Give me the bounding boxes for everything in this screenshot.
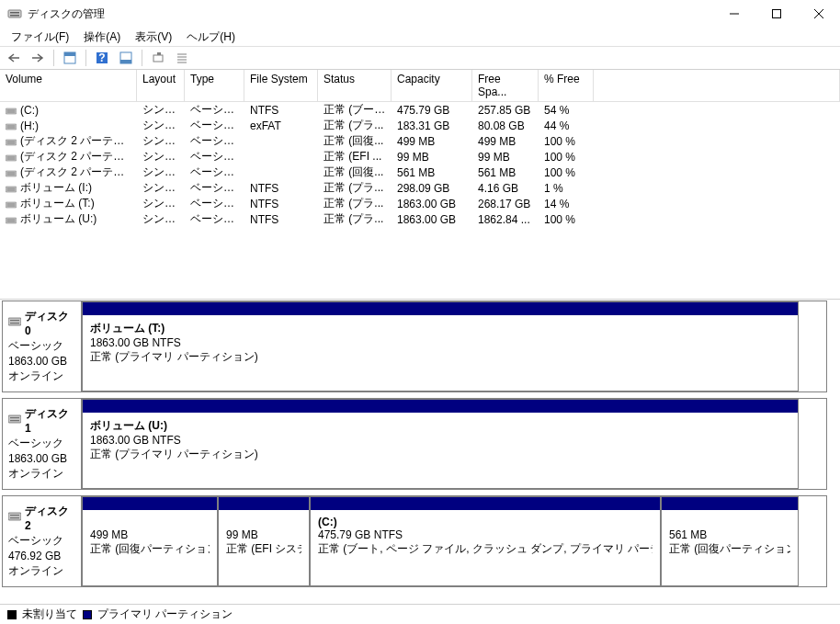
partition-status: 正常 (EFI システム / xyxy=(226,541,301,557)
menu-view[interactable]: 表示(V) xyxy=(128,28,179,46)
svg-rect-4 xyxy=(773,10,781,18)
volume-pfree: 100 % xyxy=(539,135,594,148)
col-layout[interactable]: Layout xyxy=(137,70,185,102)
disk-info: ディスク 2ベーシック476.92 GBオンライン xyxy=(3,496,82,586)
col-type[interactable]: Type xyxy=(185,70,244,102)
volume-status: 正常 (回復... xyxy=(318,133,392,149)
disk-graphical-view[interactable]: ディスク 0ベーシック1863.00 GBオンラインボリューム (T:)1863… xyxy=(0,300,840,604)
svg-rect-38 xyxy=(7,203,16,204)
minimize-button[interactable] xyxy=(713,0,755,28)
volume-row[interactable]: ボリューム (U:)シンプルベーシックNTFS正常 (プラ...1863.00 … xyxy=(0,211,840,227)
svg-rect-32 xyxy=(7,172,16,173)
view-bottom-button[interactable] xyxy=(116,48,136,68)
volume-row[interactable]: ボリューム (I:)シンプルベーシックNTFS正常 (プラ...298.09 G… xyxy=(0,180,840,196)
toolbar-separator xyxy=(142,50,142,66)
drive-icon xyxy=(6,199,17,209)
volume-row[interactable]: (ディスク 2 パーティシ...シンプルベーシック正常 (回復...561 MB… xyxy=(0,165,840,180)
svg-rect-46 xyxy=(8,415,21,423)
volume-layout: シンプル xyxy=(137,180,185,196)
volume-row[interactable]: ボリューム (T:)シンプルベーシックNTFS正常 (プラ...1863.00 … xyxy=(0,196,840,211)
volume-capacity: 1863.00 GB xyxy=(392,213,472,226)
partition[interactable]: ボリューム (U:)1863.00 GB NTFS正常 (プライマリ パーティシ… xyxy=(82,399,799,489)
partition[interactable]: ボリューム (T:)1863.00 GB NTFS正常 (プライマリ パーティシ… xyxy=(82,301,799,391)
svg-rect-31 xyxy=(6,171,17,176)
svg-rect-34 xyxy=(6,187,17,192)
settings-button[interactable] xyxy=(148,48,168,68)
volume-free: 99 MB xyxy=(472,151,539,164)
partition[interactable]: 499 MB正常 (回復パーティション) xyxy=(82,496,218,586)
svg-rect-29 xyxy=(7,156,16,157)
legend-unallocated: 未割り当て xyxy=(22,607,77,622)
col-capacity[interactable]: Capacity xyxy=(392,70,472,102)
volume-fs: NTFS xyxy=(244,198,318,210)
partition[interactable]: 561 MB正常 (回復パーティション) xyxy=(661,496,799,586)
help-button[interactable]: ? xyxy=(92,48,112,68)
svg-rect-50 xyxy=(10,515,19,516)
menu-file[interactable]: ファイル(F) xyxy=(4,28,76,46)
svg-rect-21 xyxy=(7,112,16,113)
volume-capacity: 1863.00 GB xyxy=(392,198,472,210)
svg-rect-8 xyxy=(64,52,75,56)
volume-name: (C:) xyxy=(20,104,39,117)
volume-type: ベーシック xyxy=(185,133,244,149)
disk-size: 1863.00 GB xyxy=(8,355,75,368)
col-pfree[interactable]: % Free xyxy=(539,70,594,102)
svg-rect-0 xyxy=(8,10,21,17)
disk-row[interactable]: ディスク 2ベーシック476.92 GBオンライン499 MB正常 (回復パーテ… xyxy=(2,495,827,587)
disk-info: ディスク 1ベーシック1863.00 GBオンライン xyxy=(3,399,82,489)
svg-rect-14 xyxy=(153,55,163,62)
titlebar: ディスクの管理 xyxy=(0,0,840,28)
svg-rect-20 xyxy=(7,110,16,111)
volume-name: ボリューム (U:) xyxy=(20,212,96,225)
partition[interactable]: (C:)475.79 GB NTFS正常 (ブート, ページ ファイル, クラッ… xyxy=(310,496,661,586)
forward-button[interactable] xyxy=(28,48,48,68)
col-free[interactable]: Free Spa... xyxy=(472,70,539,102)
drive-icon xyxy=(6,153,17,162)
col-rest[interactable] xyxy=(594,70,840,102)
partition[interactable]: 99 MB正常 (EFI システム / xyxy=(218,496,310,586)
volume-row[interactable]: (H:)シンプルベーシックexFAT正常 (プラ...183.31 GB80.0… xyxy=(0,118,840,133)
volume-pfree: 100 % xyxy=(539,151,594,164)
col-status[interactable]: Status xyxy=(318,70,392,102)
svg-rect-42 xyxy=(7,221,16,221)
volume-row[interactable]: (ディスク 2 パーティシ...シンプルベーシック正常 (EFI ...99 M… xyxy=(0,149,840,165)
volume-type: ベーシック xyxy=(185,165,244,180)
col-filesystem[interactable]: File System xyxy=(244,70,318,102)
partition-stripe xyxy=(311,497,660,510)
disk-size: 476.92 GB xyxy=(8,550,75,562)
volume-status: 正常 (プラ... xyxy=(318,196,392,211)
menubar: ファイル(F) 操作(A) 表示(V) ヘルプ(H) xyxy=(0,28,840,46)
disk-type: ベーシック xyxy=(8,533,75,549)
volume-type: ベーシック xyxy=(185,118,244,133)
volume-pfree: 14 % xyxy=(539,198,594,210)
view-top-button[interactable] xyxy=(60,48,80,68)
disk-row[interactable]: ディスク 0ベーシック1863.00 GBオンラインボリューム (T:)1863… xyxy=(2,301,827,392)
volume-row[interactable]: (ディスク 2 パーティシ...シンプルベーシック正常 (回復...499 MB… xyxy=(0,133,840,149)
volume-free: 4.16 GB xyxy=(472,182,539,195)
volume-layout: シンプル xyxy=(137,102,185,118)
close-button[interactable] xyxy=(798,0,840,28)
svg-rect-35 xyxy=(7,187,16,188)
maximize-button[interactable] xyxy=(755,0,798,28)
volume-layout: シンプル xyxy=(137,133,185,149)
volume-free: 80.08 GB xyxy=(472,119,539,132)
partition-name: ボリューム (T:) xyxy=(90,321,790,336)
svg-rect-37 xyxy=(6,202,17,208)
partition-info: 1863.00 GB NTFS xyxy=(90,336,790,349)
svg-rect-24 xyxy=(7,128,16,129)
menu-help[interactable]: ヘルプ(H) xyxy=(179,28,243,46)
disk-row[interactable]: ディスク 1ベーシック1863.00 GBオンラインボリューム (U:)1863… xyxy=(2,398,827,490)
svg-rect-28 xyxy=(6,155,17,161)
col-volume[interactable]: Volume xyxy=(0,70,137,102)
menu-action[interactable]: 操作(A) xyxy=(76,28,128,46)
volume-list[interactable]: Volume Layout Type File System Status Ca… xyxy=(0,70,840,300)
back-button[interactable] xyxy=(4,48,24,68)
svg-rect-40 xyxy=(6,218,17,223)
volume-fs: NTFS xyxy=(244,213,318,226)
partition-info: 99 MB xyxy=(226,528,301,541)
drive-icon xyxy=(6,215,17,224)
list-button[interactable] xyxy=(172,48,192,68)
volume-row[interactable]: (C:)シンプルベーシックNTFS正常 (ブート...475.79 GB257.… xyxy=(0,102,840,118)
disk-icon xyxy=(8,316,21,330)
svg-rect-1 xyxy=(10,12,19,14)
